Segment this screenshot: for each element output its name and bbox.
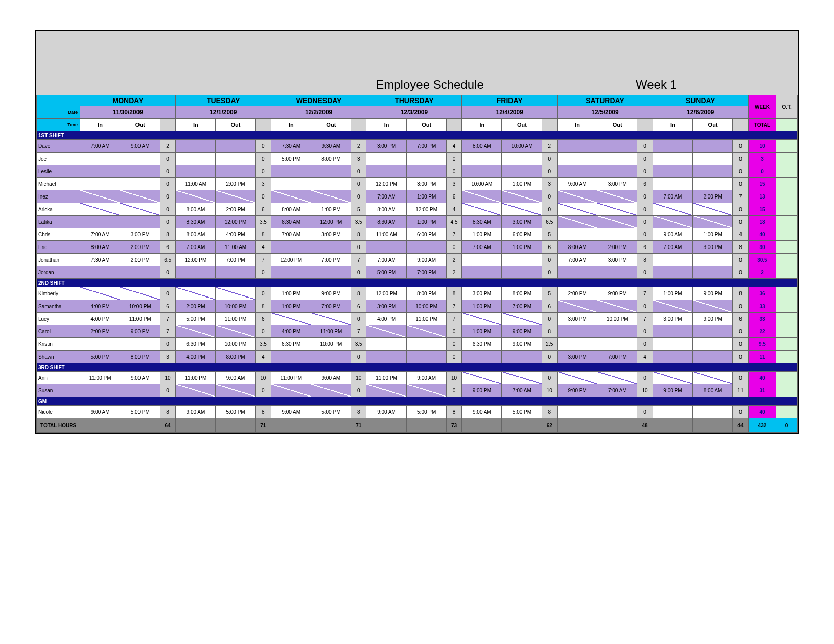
- day-header: SUNDAY: [653, 95, 748, 106]
- out-cell: [120, 153, 160, 165]
- day-hours: 0: [637, 228, 653, 241]
- week-total: 33: [748, 300, 776, 313]
- day-hours: 0: [637, 190, 653, 203]
- in-cell: [653, 203, 692, 216]
- in-cell: [558, 228, 597, 241]
- out-cell: [597, 203, 637, 216]
- out-cell: [597, 325, 637, 338]
- day-hours: 0: [733, 165, 749, 178]
- in-cell: 2:00 PM: [175, 300, 215, 313]
- week-total: 30: [748, 241, 776, 254]
- out-cell: 11:00 AM: [215, 241, 255, 254]
- day-hours: 2: [446, 254, 462, 266]
- out-cell: [311, 190, 351, 203]
- out-cell: [120, 266, 160, 279]
- in-cell: 9:00 PM: [558, 384, 597, 397]
- out-cell: 8:00 PM: [502, 287, 542, 300]
- out-cell: 7:00 PM: [215, 254, 255, 266]
- out-cell: [406, 165, 446, 178]
- day-header: SATURDAY: [558, 95, 653, 106]
- day-hours: 0: [542, 203, 558, 216]
- day-hours: 0: [256, 140, 271, 153]
- day-hours: 8: [446, 406, 462, 418]
- in-cell: [462, 313, 502, 325]
- in-cell: 9:00 AM: [175, 406, 215, 418]
- in-cell: [558, 406, 597, 418]
- out-cell: [406, 241, 446, 254]
- day-hours: 0: [733, 178, 749, 190]
- out-cell: 5:00 PM: [406, 406, 446, 418]
- out-cell: [693, 216, 733, 228]
- day-hours: 7: [351, 325, 366, 338]
- day-hours: 8: [256, 300, 271, 313]
- out-cell: 3:00 PM: [311, 228, 351, 241]
- day-hours: 6: [256, 203, 271, 216]
- day-hours: 10: [637, 384, 653, 397]
- in-cell: [653, 300, 692, 313]
- day-hours: 4: [256, 241, 271, 254]
- out-cell: [215, 266, 255, 279]
- day-total: 44: [733, 418, 749, 433]
- day-hours: 4: [733, 228, 749, 241]
- employee-name: Lucy: [37, 313, 80, 325]
- in-cell: 8:30 AM: [271, 216, 311, 228]
- in-cell: [558, 300, 597, 313]
- out-cell: 12:00 PM: [311, 216, 351, 228]
- in-cell: 11:00 PM: [271, 372, 311, 384]
- in-cell: [80, 266, 120, 279]
- day-hours: 0: [160, 153, 176, 165]
- in-cell: [558, 153, 597, 165]
- in-cell: 3:00 PM: [366, 300, 406, 313]
- in-cell: [271, 190, 311, 203]
- out-cell: [215, 153, 255, 165]
- out-cell: [311, 165, 351, 178]
- employee-name: Ann: [37, 372, 80, 384]
- in-cell: 9:00 AM: [653, 228, 692, 241]
- day-hours: 6: [446, 190, 462, 203]
- out-cell: [597, 190, 637, 203]
- out-cell: 3:00 PM: [120, 228, 160, 241]
- day-hours: 8: [637, 254, 653, 266]
- day-hours: 0: [160, 190, 176, 203]
- in-cell: 9:00 AM: [558, 178, 597, 190]
- out-cell: 9:00 PM: [311, 287, 351, 300]
- out-cell: 2:00 PM: [120, 241, 160, 254]
- date-header: 12/5/2009: [558, 106, 653, 119]
- day-hours: 0: [351, 313, 366, 325]
- in-cell: [271, 266, 311, 279]
- ot-cell: [776, 351, 798, 363]
- out-cell: 9:00 AM: [406, 254, 446, 266]
- out-cell: [693, 300, 733, 313]
- in-cell: [271, 351, 311, 363]
- in-cell: [80, 338, 120, 351]
- day-hours: 7: [446, 228, 462, 241]
- day-hours: 7: [446, 300, 462, 313]
- in-cell: [653, 325, 692, 338]
- employee-name: Chris: [37, 228, 80, 241]
- in-cell: [653, 153, 692, 165]
- in-cell: 4:00 PM: [175, 351, 215, 363]
- in-cell: [653, 165, 692, 178]
- in-cell: 8:00 AM: [175, 228, 215, 241]
- out-cell: 9:00 PM: [502, 338, 542, 351]
- day-hours: 10: [160, 372, 176, 384]
- day-hours: 0: [351, 241, 366, 254]
- in-cell: [271, 384, 311, 397]
- in-cell: [271, 165, 311, 178]
- in-cell: 8:30 AM: [462, 216, 502, 228]
- out-cell: 10:00 PM: [597, 313, 637, 325]
- in-cell: 11:00 PM: [175, 372, 215, 384]
- in-cell: [462, 165, 502, 178]
- day-hours: 11: [733, 384, 749, 397]
- in-cell: [653, 266, 692, 279]
- out-cell: 10:00 PM: [406, 300, 446, 313]
- day-header: THURSDAY: [366, 95, 462, 106]
- day-hours: 0: [351, 351, 366, 363]
- in-cell: [366, 325, 406, 338]
- in-cell: [366, 351, 406, 363]
- ot-cell: [776, 241, 798, 254]
- day-hours: 4: [446, 140, 462, 153]
- day-hours: 0: [637, 406, 653, 418]
- day-hours: 6: [637, 178, 653, 190]
- day-hours: 0: [256, 165, 271, 178]
